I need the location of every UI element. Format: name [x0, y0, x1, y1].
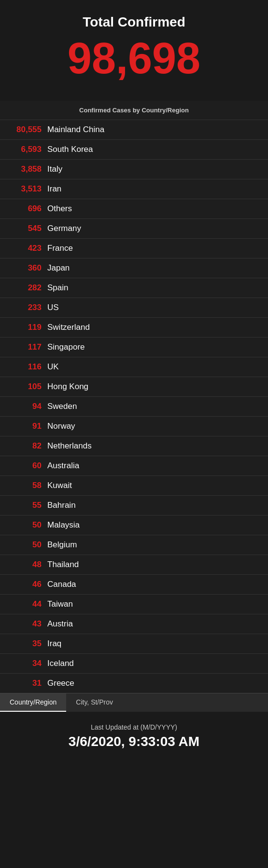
table-row: 94Sweden — [0, 396, 268, 416]
row-count: 6,593 — [8, 145, 42, 154]
row-country: Belgium — [47, 540, 77, 550]
table-row: 34Iceland — [0, 653, 268, 673]
tab-city-st-prov[interactable]: City, St/Prov — [66, 693, 123, 712]
table-row: 282Spain — [0, 278, 268, 298]
footer: Last Updated at (M/D/YYYY) 3/6/2020, 9:3… — [0, 715, 268, 760]
row-country: Hong Kong — [47, 382, 88, 392]
row-count: 3,513 — [8, 184, 42, 194]
table-row: 58Kuwait — [0, 475, 268, 495]
footer-label: Last Updated at (M/D/YYYY) — [10, 723, 258, 731]
row-count: 55 — [8, 501, 42, 510]
row-count: 3,858 — [8, 164, 42, 174]
table-row: 3,858Italy — [0, 159, 268, 179]
row-count: 82 — [8, 441, 42, 451]
table-row: 82Netherlands — [0, 436, 268, 456]
row-country: Bahrain — [47, 501, 76, 510]
row-country: Others — [47, 204, 72, 214]
row-country: Canada — [47, 580, 76, 589]
table-row: 44Taiwan — [0, 594, 268, 614]
table-row: 233US — [0, 298, 268, 317]
header-title: Total Confirmed — [10, 14, 258, 30]
row-count: 233 — [8, 303, 42, 312]
row-country: US — [47, 303, 59, 312]
row-country: Sweden — [47, 402, 77, 411]
header: Total Confirmed 98,698 — [0, 0, 268, 97]
table-row: 80,555Mainland China — [0, 120, 268, 139]
row-count: 35 — [8, 639, 42, 649]
row-count: 43 — [8, 619, 42, 629]
row-country: Germany — [47, 224, 81, 233]
row-count: 50 — [8, 520, 42, 530]
table-row: 31Greece — [0, 673, 268, 693]
table-row: 119Switzerland — [0, 317, 268, 337]
row-count: 58 — [8, 481, 42, 490]
row-country: Spain — [47, 283, 68, 293]
row-count: 116 — [8, 362, 42, 372]
row-country: UK — [47, 362, 59, 372]
row-count: 423 — [8, 244, 42, 253]
row-country: Thailand — [47, 560, 79, 570]
row-country: Taiwan — [47, 599, 73, 609]
row-country: Singapore — [47, 342, 85, 352]
row-country: Norway — [47, 421, 75, 431]
row-country: Iraq — [47, 639, 61, 649]
table-row: 360Japan — [0, 258, 268, 278]
row-country: Austria — [47, 619, 73, 629]
row-country: South Korea — [47, 145, 93, 154]
table-section-title: Confirmed Cases by Country/Region — [0, 101, 268, 120]
row-count: 105 — [8, 382, 42, 392]
tab-country-region[interactable]: Country/Region — [0, 693, 66, 712]
row-count: 696 — [8, 204, 42, 214]
table-row: 50Belgium — [0, 535, 268, 555]
table-row: 48Thailand — [0, 555, 268, 574]
row-count: 80,555 — [8, 125, 42, 135]
row-count: 119 — [8, 323, 42, 332]
row-count: 31 — [8, 678, 42, 688]
row-country: Malaysia — [47, 520, 80, 530]
row-count: 50 — [8, 540, 42, 550]
row-country: Italy — [47, 164, 62, 174]
table-row: 105Hong Kong — [0, 377, 268, 396]
table-row: 696Others — [0, 199, 268, 218]
table-row: 35Iraq — [0, 634, 268, 653]
cases-table: Confirmed Cases by Country/Region 80,555… — [0, 101, 268, 693]
table-row: 55Bahrain — [0, 495, 268, 515]
row-country: Australia — [47, 461, 79, 471]
row-count: 282 — [8, 283, 42, 293]
table-row: 60Australia — [0, 456, 268, 475]
row-country: Mainland China — [47, 125, 104, 135]
total-confirmed-number: 98,698 — [10, 35, 258, 82]
table-rows: 80,555Mainland China6,593South Korea3,85… — [0, 120, 268, 693]
row-count: 545 — [8, 224, 42, 233]
table-row: 46Canada — [0, 574, 268, 594]
table-row: 3,513Iran — [0, 179, 268, 199]
row-count: 46 — [8, 580, 42, 589]
table-row: 116UK — [0, 357, 268, 377]
row-country: Netherlands — [47, 441, 92, 451]
row-country: Greece — [47, 678, 74, 688]
row-count: 94 — [8, 402, 42, 411]
row-country: Switzerland — [47, 323, 90, 332]
footer-datetime: 3/6/2020, 9:33:03 AM — [10, 734, 258, 749]
row-country: Iran — [47, 184, 61, 194]
row-country: Kuwait — [47, 481, 72, 490]
table-row: 43Austria — [0, 614, 268, 634]
table-row: 91Norway — [0, 416, 268, 436]
table-row: 545Germany — [0, 218, 268, 238]
table-row: 117Singapore — [0, 337, 268, 357]
row-country: Iceland — [47, 659, 74, 668]
row-count: 360 — [8, 263, 42, 273]
row-count: 91 — [8, 421, 42, 431]
row-country: Japan — [47, 263, 70, 273]
row-count: 48 — [8, 560, 42, 570]
row-count: 34 — [8, 659, 42, 668]
table-row: 423France — [0, 238, 268, 258]
row-count: 60 — [8, 461, 42, 471]
table-row: 6,593South Korea — [0, 139, 268, 159]
row-count: 117 — [8, 342, 42, 352]
table-row: 50Malaysia — [0, 515, 268, 535]
row-count: 44 — [8, 599, 42, 609]
tab-bar: Country/Region City, St/Prov — [0, 693, 268, 712]
row-country: France — [47, 244, 73, 253]
